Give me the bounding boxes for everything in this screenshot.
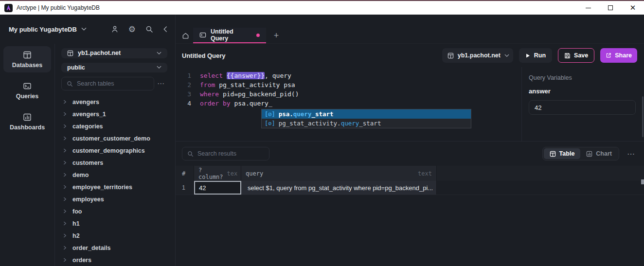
- table-icon: [67, 50, 73, 56]
- query-variables-panel: Query Variables answer: [521, 67, 644, 141]
- connection-name: yb1.pachot.net: [458, 52, 501, 59]
- chevron-right-icon: [63, 136, 67, 141]
- queries-icon: [23, 82, 32, 90]
- nav-rail: DatabasesQueriesDashboards: [0, 44, 54, 266]
- table-list-item[interactable]: demo: [61, 169, 167, 181]
- tables-more-button[interactable]: ⋯: [154, 79, 167, 88]
- results-table-header: #?column?texquerytext: [176, 166, 644, 181]
- autocomplete-item[interactable]: [⊘]psa.query_start: [262, 109, 471, 119]
- table-list-item[interactable]: h1: [61, 217, 167, 230]
- column-header[interactable]: ?column?tex: [194, 166, 241, 181]
- table-list-item[interactable]: employees: [61, 193, 167, 205]
- search-results-placeholder: Search results: [197, 150, 236, 157]
- chart-icon: [586, 151, 592, 157]
- home-tab-button[interactable]: [178, 28, 193, 43]
- query-title: Untitled Query: [182, 52, 226, 59]
- line-number: 4: [176, 99, 191, 108]
- table-list-item[interactable]: employee_territories: [61, 181, 167, 193]
- table-name: customers: [72, 160, 103, 166]
- table-list-item[interactable]: h2: [61, 230, 167, 242]
- server-dropdown[interactable]: yb1.pachot.net: [61, 48, 167, 58]
- left-sidebar: My public YugabyteDB ⚙ DatabasesQueriesD…: [0, 15, 175, 266]
- titlebar: Arctype | My public YugabyteDB ✕: [0, 1, 644, 15]
- autocomplete-item[interactable]: [⊘]pg_stat_activity.query_start: [262, 119, 471, 128]
- search-icon[interactable]: [145, 25, 153, 33]
- chevron-down-icon: [504, 54, 509, 57]
- table-name: foo: [72, 208, 82, 215]
- table-cell[interactable]: select $1, query from pg_stat_activity w…: [241, 181, 437, 195]
- results-panel: Search results TableChart ⋯ #?column?tex…: [176, 141, 644, 266]
- user-icon[interactable]: [111, 25, 119, 33]
- schema-name: public: [67, 64, 85, 71]
- table-cell[interactable]: 42: [194, 181, 241, 195]
- table-view-button[interactable]: Table: [544, 148, 581, 159]
- code-line[interactable]: 4order by psa.query_: [176, 99, 521, 108]
- table-list-item[interactable]: order_details: [61, 242, 167, 254]
- sidebar-item-queries[interactable]: Queries: [3, 77, 51, 104]
- table-list-item[interactable]: categories: [61, 120, 167, 132]
- scrollbar-thumb[interactable]: [642, 96, 644, 137]
- workspace-switcher[interactable]: My public YugabyteDB: [9, 26, 87, 33]
- schema-panel: yb1.pachot.net public Search tables ⋯: [54, 44, 175, 266]
- results-toolbar: Search results TableChart ⋯: [176, 142, 644, 166]
- table-name: orders: [72, 257, 91, 264]
- close-button[interactable]: ✕: [622, 1, 644, 15]
- unsaved-dot: [256, 34, 260, 37]
- column-header[interactable]: #: [176, 166, 194, 181]
- table-list-item[interactable]: foo: [61, 205, 167, 217]
- chevron-right-icon: [63, 258, 67, 262]
- search-tables-input[interactable]: Search tables: [61, 77, 154, 90]
- table-list-item[interactable]: avengers_1: [61, 108, 167, 120]
- run-button[interactable]: Run: [519, 48, 552, 63]
- arctype-logo-icon: [4, 4, 13, 12]
- variable-input-answer[interactable]: [529, 100, 636, 115]
- header-filler: [437, 166, 644, 181]
- table-list-item[interactable]: customer_demographics: [61, 144, 167, 157]
- main-area: Untitled Query + Untitled Query yb1.pach…: [175, 15, 644, 266]
- table-list-item[interactable]: avengers: [61, 96, 167, 108]
- code-line[interactable]: 2from pg_stat_activity psa: [176, 80, 521, 89]
- table-name: h1: [72, 220, 80, 227]
- chevron-right-icon: [63, 173, 67, 177]
- table-list-item[interactable]: customers: [61, 157, 167, 169]
- sidebar-item-dashboards[interactable]: Dashboards: [3, 108, 51, 135]
- table-list-item[interactable]: customer_customer_demo: [61, 132, 167, 144]
- search-tables-placeholder: Search tables: [77, 80, 114, 87]
- query-tab-icon: [199, 32, 206, 38]
- connection-dropdown[interactable]: yb1.pachot.net: [442, 48, 513, 63]
- line-number: 3: [176, 89, 191, 99]
- results-more-button[interactable]: ⋯: [625, 149, 637, 159]
- new-tab-button[interactable]: +: [266, 28, 286, 43]
- chart-view-button[interactable]: Chart: [580, 148, 618, 159]
- code-text: select {{answer}}, query: [191, 71, 291, 80]
- table-list-item[interactable]: orders: [61, 254, 167, 266]
- code-text: order by psa.query_: [191, 99, 272, 108]
- share-icon: [606, 53, 611, 58]
- column-header[interactable]: querytext: [241, 166, 437, 181]
- results-table-body: 142select $1, query from pg_stat_activit…: [176, 181, 644, 195]
- tab-bar: Untitled Query +: [176, 15, 644, 44]
- save-button[interactable]: Save: [558, 48, 594, 63]
- scrollbar-thumb[interactable]: [641, 179, 644, 184]
- workspace-header: My public YugabyteDB ⚙: [0, 15, 175, 44]
- table-name: avengers: [72, 99, 99, 106]
- tab-untitled-query[interactable]: Untitled Query: [193, 28, 266, 43]
- sidebar-item-databases[interactable]: Databases: [3, 46, 51, 72]
- home-icon: [182, 32, 189, 39]
- table-name: customer_customer_demo: [72, 135, 150, 142]
- sql-editor[interactable]: 1select {{answer}}, query2from pg_stat_a…: [176, 67, 521, 141]
- share-button[interactable]: Share: [600, 48, 637, 63]
- code-line[interactable]: 3where pid=pg_backend_pid(): [176, 89, 521, 99]
- row-index: 1: [176, 181, 194, 195]
- code-line[interactable]: 1select {{answer}}, query: [176, 71, 521, 80]
- gear-icon[interactable]: ⚙: [128, 25, 136, 34]
- code-text: from pg_stat_activity psa: [191, 80, 295, 89]
- schema-dropdown[interactable]: public: [61, 63, 167, 73]
- table-name: h2: [72, 232, 80, 239]
- minimize-button[interactable]: [577, 1, 599, 15]
- collapse-sidebar-icon[interactable]: [163, 26, 167, 33]
- maximize-button[interactable]: [599, 1, 622, 15]
- maximize-icon: [608, 5, 613, 10]
- table-name: employees: [72, 196, 104, 203]
- search-results-input[interactable]: Search results: [182, 147, 269, 160]
